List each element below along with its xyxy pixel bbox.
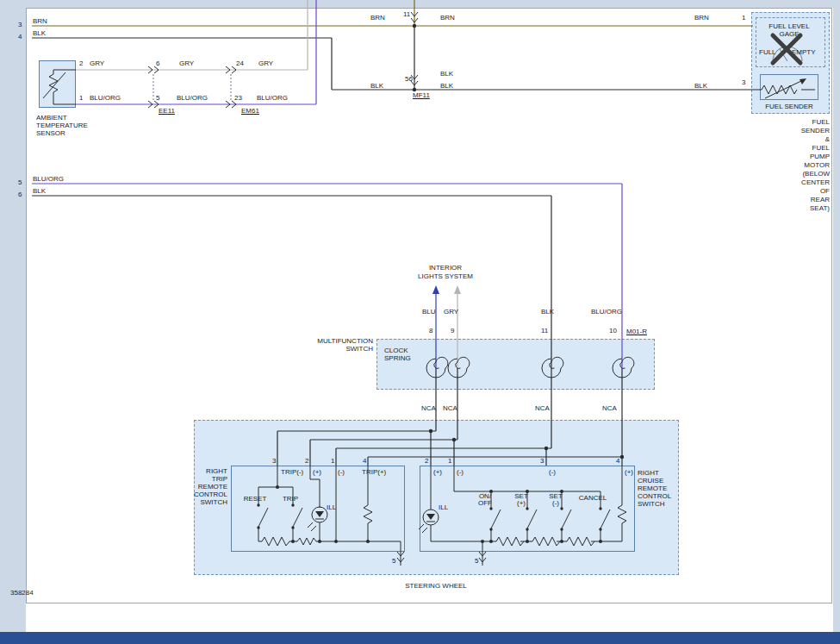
gry-wire-label: GRY [444,308,458,316]
nca-label-1: NCA [421,404,436,412]
nca-label-2: NCA [443,404,457,412]
wire-3-number: 3 [18,21,22,28]
trip-pin-4: 4 [363,457,366,465]
top-margin [0,0,840,8]
trip-plus-terminal: (+) [313,468,321,476]
em61-pin-24: 24 [236,59,244,67]
set-plus-label: SET (+) [514,493,528,507]
blk-label-upper: BLK [440,70,453,78]
fuel-sender-box [760,74,818,100]
cancel-label: CANCEL [579,494,607,502]
multifunction-switch-label: MULTIFUNCTION SWITCH [317,337,373,353]
trip-minus-label: TRIP(-) [281,468,303,476]
trip-plus-label: TRIP(+) [362,468,386,476]
bluorg-label-2: BLU/ORG [177,94,208,102]
fuel-pin-1: 1 [742,14,745,22]
fuel-caption: FUEL SENDER & FUEL PUMP MOTOR (BELOW CEN… [801,118,830,213]
ambient-temperature-sensor-box [39,60,76,108]
blk-label-right: BLK [440,82,453,90]
brn-label-left: BRN [370,14,385,22]
trip-pin-2: 2 [305,457,308,465]
wire-5-number: 5 [18,178,22,186]
trip-pin-3: 3 [272,457,276,465]
cruise-pin-4: 4 [616,457,619,465]
cursor-x-icon[interactable] [765,29,805,69]
interior-lights-label: INTERIOR LIGHTS SYSTEM [418,264,473,281]
cruise-pin-1: 1 [448,457,451,465]
cruise-pin-2: 2 [425,457,428,465]
cruise-pin-3: 3 [540,457,544,465]
mf-pin-9: 9 [451,327,454,335]
cruise-pin-5: 5 [475,557,478,565]
trip-minus-terminal: (-) [338,468,345,476]
wire-5-color: BLU/ORG [33,175,64,183]
mf-pin-10: 10 [609,327,617,335]
bluorg-wire-label: BLU/ORG [591,308,622,316]
gry-label-2: GRY [179,59,194,67]
clock-spring-label: CLOCK SPRING [384,347,411,362]
connector-mf11: MF11 [413,91,430,99]
gry-label-3: GRY [258,59,273,67]
right-margin [833,8,840,632]
diagram-number: 358284 [10,589,34,597]
set-minus-label: SET (-) [549,493,563,507]
onoff-label: ON/ OFF [478,493,492,507]
blk-wire-label: BLK [541,308,554,316]
blk-label-left: BLK [370,82,383,90]
connector-em61: EM61 [241,107,259,115]
steering-wheel-label: STEERING WHEEL [405,582,467,590]
bluorg-label-3: BLU/ORG [257,94,288,102]
wire-3-color: BRN [33,17,47,25]
brn-label-far-right: BRN [694,14,709,22]
cruise-minus-1: (-) [457,468,464,476]
sensor-pin-2: 2 [79,59,83,67]
left-margin [0,0,26,632]
ambient-sensor-label: AMBIENT TEMPERATURE SENSOR [36,114,88,137]
ill-label-1: ILL [327,503,336,511]
trip-switch-label: RIGHT TRIP REMOTE CONTROL SWITCH [194,467,227,506]
trip-remote-switch-box [231,466,405,552]
fuel-pin-3: 3 [742,78,745,86]
multifunction-switch-box [376,339,655,390]
wire-6-number: 6 [18,191,22,198]
gry-label-1: GRY [90,59,104,67]
blk-label-far-right: BLK [694,82,707,90]
cruise-switch-label: RIGHT CRUISE REMOTE CONTROL SWITCH [638,469,671,508]
em61-pin-23: 23 [234,94,242,102]
fuel-sender-label: FUEL SENDER [765,103,813,110]
ee11-pin-5: 5 [156,94,159,102]
mf11-pin-56: 56 [405,75,413,83]
connector-ee11: EE11 [159,107,175,115]
cruise-plus-4: (+) [625,468,633,476]
blu-wire-label: BLU [422,308,436,316]
mf-pin-8: 8 [429,327,432,335]
wire-4-number: 4 [18,33,22,41]
sensor-pin-1: 1 [79,94,83,102]
connector-m01r: M01-R [626,328,647,335]
nca-label-3: NCA [535,404,550,412]
reset-label: RESET [244,495,267,503]
trip-pin-1: 1 [331,457,334,465]
bluorg-label-1: BLU/ORG [90,94,121,102]
nca-label-4: NCA [602,404,617,412]
connector-11: 11 [403,10,410,18]
taskbar [0,632,840,644]
ill-label-2: ILL [439,503,448,511]
cruise-minus-3: (-) [549,468,556,476]
wire-6-color: BLK [33,187,46,195]
cruise-remote-switch-box [420,466,635,552]
cruise-plus-2: (+) [433,468,442,476]
trip-button-label: TRIP [283,495,298,503]
trip-pin-5: 5 [392,557,395,565]
wire-4-color: BLK [33,29,46,37]
mf-pin-11: 11 [541,327,548,335]
ee11-pin-6: 6 [156,59,159,67]
brn-label-right: BRN [440,14,455,22]
